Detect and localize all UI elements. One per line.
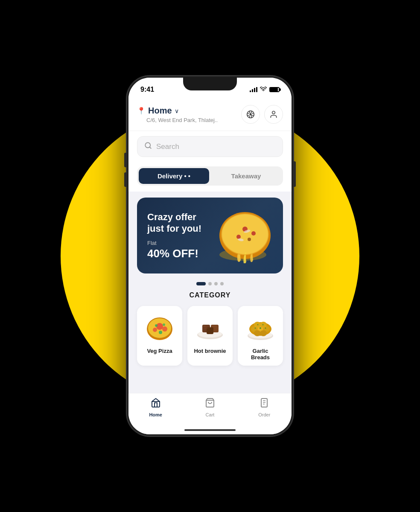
- svg-point-20: [163, 323, 165, 326]
- location-address: C/6, West End Park, Thlatej..: [137, 117, 241, 123]
- svg-point-17: [153, 328, 157, 332]
- hot-brownie-image: [195, 313, 225, 343]
- svg-point-40: [260, 330, 267, 336]
- category-card-veg-pizza[interactable]: Veg Pizza: [137, 306, 182, 366]
- svg-point-42: [255, 328, 256, 329]
- phone-screen: 9:41: [128, 78, 292, 434]
- svg-point-1: [272, 111, 275, 114]
- header-actions: [241, 105, 283, 124]
- svg-point-45: [262, 324, 264, 326]
- garlic-breads-image: [245, 313, 276, 343]
- screen-content[interactable]: 📍 Home ∨ C/6, West End Park, Thlatej..: [128, 99, 292, 393]
- location-area[interactable]: 📍 Home ∨ C/6, West End Park, Thlatej..: [137, 106, 241, 123]
- phone-frame: 9:41: [127, 76, 293, 436]
- volume-buttons: [124, 153, 127, 187]
- svg-point-18: [159, 331, 162, 334]
- promo-banner[interactable]: Crazy offer just for you! Flat 40% OFF!: [137, 198, 283, 273]
- settings-button[interactable]: [241, 105, 260, 124]
- dot-1: [196, 282, 206, 285]
- status-icons: [250, 87, 280, 93]
- dot-3: [214, 282, 218, 285]
- profile-button[interactable]: [264, 105, 283, 124]
- svg-point-7: [251, 231, 256, 236]
- power-button: [293, 161, 296, 187]
- svg-point-44: [257, 324, 259, 326]
- dot-4: [220, 282, 224, 285]
- status-time: 9:41: [140, 86, 154, 93]
- search-section: Search: [128, 131, 292, 164]
- banner-section: Crazy offer just for you! Flat 40% OFF!: [128, 192, 292, 278]
- svg-point-43: [265, 328, 266, 329]
- pin-icon: 📍: [137, 107, 146, 115]
- nav-item-cart[interactable]: Cart: [183, 398, 237, 417]
- volume-up-button: [124, 153, 127, 167]
- svg-rect-48: [261, 399, 267, 407]
- svg-point-9: [248, 238, 251, 241]
- banner-flat-label: Flat: [147, 240, 213, 246]
- home-nav-label: Home: [149, 412, 162, 417]
- volume-down-button: [124, 172, 127, 187]
- svg-point-8: [236, 235, 241, 239]
- category-title: CATEGORY: [137, 291, 283, 299]
- banner-title: Crazy offer just for you!: [147, 211, 213, 235]
- banner-pizza-image: [213, 208, 273, 263]
- signal-icon: [250, 87, 257, 92]
- hot-brownie-label: Hot brownie: [194, 348, 226, 354]
- bottom-navigation: Home Cart: [128, 393, 292, 426]
- pagination-dots: [128, 278, 292, 291]
- cart-nav-icon: [205, 398, 215, 410]
- wifi-icon: [260, 87, 267, 93]
- location-name: Home: [148, 106, 172, 116]
- home-indicator: [128, 426, 292, 434]
- order-nav-label: Order: [258, 412, 270, 417]
- dot-2: [208, 282, 212, 285]
- svg-point-16: [162, 326, 167, 332]
- location-title[interactable]: 📍 Home ∨: [137, 106, 241, 116]
- nav-item-home[interactable]: Home: [128, 398, 183, 417]
- notch: [183, 78, 237, 90]
- veg-pizza-label: Veg Pizza: [147, 348, 172, 354]
- search-icon: [144, 142, 152, 151]
- tab-takeaway[interactable]: Takeaway: [211, 168, 281, 184]
- category-card-garlic-breads[interactable]: Garlic Breads: [238, 306, 283, 366]
- search-placeholder: Search: [156, 143, 179, 151]
- svg-point-15: [156, 323, 163, 330]
- banner-text: Crazy offer just for you! Flat 40% OFF!: [147, 211, 213, 260]
- banner-discount: 40% OFF!: [147, 247, 213, 260]
- battery-icon: [269, 87, 280, 92]
- category-grid: Veg Pizza: [137, 306, 283, 366]
- svg-rect-30: [203, 326, 206, 327]
- nav-item-order[interactable]: Order: [237, 398, 292, 417]
- home-bar: [184, 429, 236, 431]
- cart-nav-label: Cart: [206, 412, 215, 417]
- search-bar[interactable]: Search: [137, 136, 283, 157]
- page-background: 9:41: [0, 0, 420, 512]
- category-card-hot-brownie[interactable]: Hot brownie: [187, 306, 233, 366]
- order-nav-icon: [259, 398, 269, 410]
- svg-point-41: [260, 327, 261, 329]
- header: 📍 Home ∨ C/6, West End Park, Thlatej..: [128, 99, 292, 131]
- phone-wrapper: 9:41: [127, 76, 293, 436]
- svg-point-39: [254, 330, 261, 336]
- delivery-tabs: Delivery • Takeaway: [128, 164, 292, 192]
- home-nav-icon: [151, 398, 161, 410]
- garlic-breads-label: Garlic Breads: [243, 348, 278, 361]
- tab-delivery[interactable]: Delivery •: [139, 168, 209, 184]
- svg-point-19: [155, 324, 158, 327]
- veg-pizza-image: [144, 313, 175, 343]
- svg-point-0: [250, 113, 252, 116]
- chevron-down-icon: ∨: [175, 108, 179, 114]
- category-section: CATEGORY: [128, 291, 292, 374]
- tabs-container: Delivery • Takeaway: [137, 166, 283, 186]
